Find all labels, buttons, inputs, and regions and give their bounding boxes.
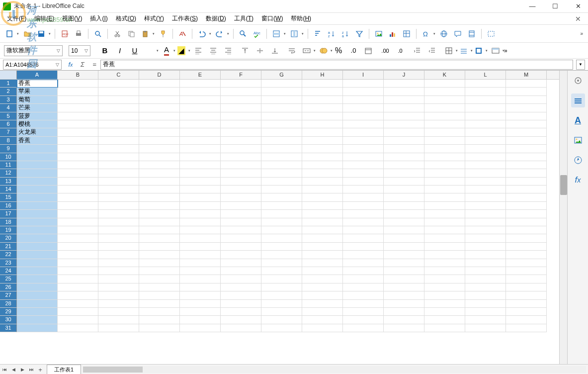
cell-K10[interactable]	[424, 153, 465, 161]
cell-B2[interactable]	[58, 88, 98, 95]
cell-M6[interactable]	[506, 120, 547, 128]
cell-D20[interactable]	[139, 234, 180, 242]
cell-M14[interactable]	[506, 186, 547, 193]
cell-A23[interactable]	[17, 259, 58, 267]
cell-D11[interactable]	[139, 161, 180, 169]
cell-K14[interactable]	[424, 186, 465, 193]
cell-E22[interactable]	[180, 251, 221, 259]
cell-G23[interactable]	[261, 259, 302, 267]
cell-C7[interactable]	[98, 128, 139, 136]
cell-A31[interactable]	[17, 324, 58, 332]
cell-M11[interactable]	[506, 161, 547, 169]
cell-K28[interactable]	[424, 300, 465, 308]
row-header-13[interactable]: 13	[0, 178, 17, 186]
cell-D9[interactable]	[139, 145, 180, 153]
cell-I5[interactable]	[343, 112, 384, 120]
cell-B8[interactable]	[58, 137, 98, 145]
cell-C26[interactable]	[98, 283, 139, 291]
row-header-3[interactable]: 3	[0, 96, 17, 104]
cell-I30[interactable]	[343, 316, 384, 324]
cell-M23[interactable]	[506, 259, 547, 267]
merge-cells-button[interactable]	[300, 44, 313, 57]
cell-K25[interactable]	[424, 275, 465, 283]
row-header-14[interactable]: 14	[0, 186, 17, 193]
cell-D14[interactable]	[139, 186, 180, 193]
cell-B10[interactable]	[58, 153, 98, 161]
cell-K1[interactable]	[424, 80, 465, 88]
align-middle-button[interactable]	[253, 44, 266, 57]
cell-C5[interactable]	[98, 112, 139, 120]
cell-G2[interactable]	[261, 88, 302, 95]
cell-B1[interactable]	[58, 80, 98, 88]
cell-D26[interactable]	[139, 283, 180, 291]
cell-B9[interactable]	[58, 145, 98, 153]
cell-K11[interactable]	[424, 161, 465, 169]
cell-F31[interactable]	[221, 324, 261, 332]
cell-F9[interactable]	[221, 145, 261, 153]
cell-B14[interactable]	[58, 186, 98, 193]
first-sheet-button[interactable]: ⏮	[0, 365, 9, 374]
cell-I1[interactable]	[343, 80, 384, 88]
cell-A30[interactable]	[17, 316, 58, 324]
align-right-button[interactable]	[222, 44, 235, 57]
cell-D3[interactable]	[139, 96, 180, 104]
cell-J22[interactable]	[384, 251, 424, 259]
column-header-F[interactable]: F	[221, 71, 261, 79]
cell-C10[interactable]	[98, 153, 139, 161]
last-sheet-button[interactable]: ⏭	[27, 365, 36, 374]
cell-G31[interactable]	[261, 324, 302, 332]
function-button[interactable]: =	[88, 60, 100, 70]
cell-J29[interactable]	[384, 308, 424, 316]
clone-formatting-button[interactable]	[157, 27, 169, 40]
cell-A22[interactable]	[17, 251, 58, 259]
cell-E17[interactable]	[180, 210, 221, 218]
cell-B31[interactable]	[58, 324, 98, 332]
cell-L15[interactable]	[465, 193, 506, 201]
cell-D30[interactable]	[139, 316, 180, 324]
cell-L5[interactable]	[465, 112, 506, 120]
menu-i[interactable]: 插入(I)	[86, 13, 111, 24]
cell-F25[interactable]	[221, 275, 261, 283]
cell-A1[interactable]: 香蕉	[17, 80, 58, 88]
cell-G26[interactable]	[261, 283, 302, 291]
cell-A3[interactable]: 葡萄	[17, 96, 58, 104]
cell-A24[interactable]	[17, 267, 58, 275]
cell-K16[interactable]	[424, 202, 465, 210]
cell-J8[interactable]	[384, 137, 424, 145]
cell-L30[interactable]	[465, 316, 506, 324]
cell-K26[interactable]	[424, 283, 465, 291]
cell-F2[interactable]	[221, 88, 261, 95]
row-header-20[interactable]: 20	[0, 234, 17, 242]
cell-G12[interactable]	[261, 169, 302, 177]
cell-K19[interactable]	[424, 226, 465, 234]
cell-H19[interactable]	[302, 226, 343, 234]
cell-E31[interactable]	[180, 324, 221, 332]
cell-K18[interactable]	[424, 218, 465, 226]
cell-D24[interactable]	[139, 267, 180, 275]
cell-E16[interactable]	[180, 202, 221, 210]
add-sheet-button[interactable]: +	[36, 365, 45, 374]
cell-K3[interactable]	[424, 96, 465, 104]
cell-B18[interactable]	[58, 218, 98, 226]
cell-A12[interactable]	[17, 169, 58, 177]
cell-F12[interactable]	[221, 169, 261, 177]
formula-expand-button[interactable]: ▼	[576, 60, 585, 70]
cell-H13[interactable]	[302, 178, 343, 186]
cell-I19[interactable]	[343, 226, 384, 234]
cell-L31[interactable]	[465, 324, 506, 332]
cell-E28[interactable]	[180, 300, 221, 308]
cell-D23[interactable]	[139, 259, 180, 267]
cell-G6[interactable]	[261, 120, 302, 128]
menu-h[interactable]: 帮助(H)	[287, 13, 315, 24]
cell-A6[interactable]: 樱桃	[17, 120, 58, 128]
formula-input[interactable]: 香蕉	[100, 60, 573, 70]
row-header-28[interactable]: 28	[0, 300, 17, 308]
vertical-scrollbar[interactable]	[559, 71, 567, 364]
cell-A13[interactable]	[17, 178, 58, 186]
row-header-11[interactable]: 11	[0, 161, 17, 169]
align-top-button[interactable]	[239, 44, 252, 57]
row-header-15[interactable]: 15	[0, 193, 17, 201]
cell-E15[interactable]	[180, 193, 221, 201]
cell-M17[interactable]	[506, 210, 547, 218]
cell-M27[interactable]	[506, 291, 547, 299]
